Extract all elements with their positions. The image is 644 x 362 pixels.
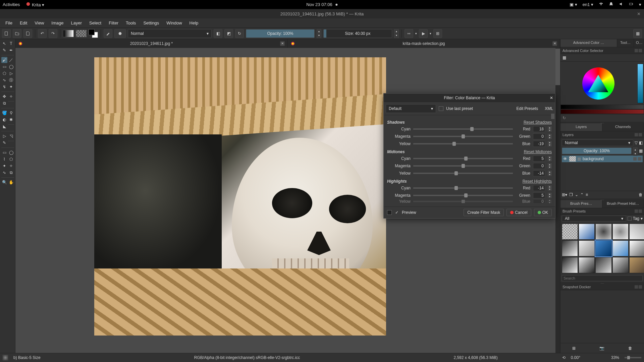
notifications-icon[interactable] [609, 2, 613, 7]
slider-track[interactable] [413, 201, 513, 202]
menu-settings[interactable]: Settings [140, 19, 162, 27]
value-input[interactable]: -14 [533, 170, 545, 176]
wrap-around-button[interactable]: ⊞ [433, 29, 442, 38]
reset-midtones-button[interactable]: Reset Midtones [524, 149, 552, 154]
layer-opacity-spin[interactable]: ▴▾ [633, 147, 638, 154]
value-input[interactable]: -14 [533, 185, 545, 191]
rect-select-tool[interactable]: ▭ [1, 149, 7, 156]
redo-button[interactable]: ↷ [49, 29, 57, 38]
history-icon[interactable]: ↻ [562, 116, 566, 120]
mirror-h-dropdown[interactable]: ▾ [415, 32, 417, 35]
slider-track[interactable] [413, 158, 513, 159]
panel-close-icon[interactable] [639, 133, 642, 136]
ok-button[interactable]: OK [534, 209, 552, 216]
wifi-icon[interactable] [599, 2, 603, 7]
edit-shapes-tool[interactable]: ✎ [1, 47, 7, 53]
move-down-button[interactable]: ⌄ [575, 192, 578, 197]
reload-preset-button[interactable]: ↻ [235, 29, 244, 38]
brush-preset[interactable] [612, 257, 629, 273]
add-layer-button[interactable]: ⊞▾ [562, 192, 567, 197]
size-spinner[interactable]: ▴▾ [394, 29, 399, 38]
screencast-icon[interactable]: ▣ ▾ [570, 2, 577, 7]
value-spinner[interactable]: ▴▾ [548, 134, 552, 139]
workspace-chooser[interactable]: ▦ [633, 29, 642, 38]
save-doc-button[interactable] [23, 29, 32, 38]
panel-float-icon[interactable] [635, 49, 638, 52]
layer-settings-icon[interactable]: ◧ [639, 140, 643, 145]
brush-tool[interactable]: 🖌 [1, 57, 7, 63]
panel-float-icon[interactable] [635, 285, 638, 289]
layer-opacity-slider[interactable]: Opacity: 100% [562, 147, 632, 154]
similar-select-tool[interactable]: ✧ [8, 163, 14, 169]
snapshot-add-button[interactable]: ⊞ [572, 346, 576, 351]
rotation-icon[interactable]: ⟲ [562, 355, 566, 360]
rect-tool[interactable]: ▭ [1, 64, 7, 70]
color-wheel[interactable] [560, 62, 644, 105]
reference-tool[interactable]: ◹ [8, 133, 14, 139]
dialog-close-button[interactable]: ✕ [550, 96, 553, 100]
pan-tool[interactable]: ✋ [8, 179, 14, 185]
battery-icon[interactable] [629, 2, 634, 7]
value-spinner[interactable]: ▴▾ [548, 126, 552, 132]
brush-filter-combo[interactable]: All▾ [562, 216, 626, 222]
canvas-scrollbar-v[interactable] [555, 48, 560, 353]
snapshot-camera-button[interactable]: 📷 [599, 346, 604, 351]
freehand-path-tool[interactable]: ⓢ [8, 77, 14, 83]
value-spinner[interactable]: ▴▾ [548, 200, 552, 203]
alpha-lock-toggle[interactable]: ◩ [224, 29, 233, 38]
slider-track[interactable] [413, 195, 513, 196]
panel-float-icon[interactable] [635, 209, 638, 213]
visibility-icon[interactable]: 👁 [563, 157, 568, 161]
poly-select-tool[interactable]: ⬠ [8, 156, 14, 162]
layer-blend-combo[interactable]: Normal▾ [562, 139, 633, 146]
panel-float-icon[interactable] [635, 133, 638, 136]
contiguous-select-tool[interactable]: ✦ [1, 163, 7, 169]
hue-slider-2[interactable] [560, 109, 644, 114]
tab-0-close[interactable]: ✕ [280, 41, 285, 46]
dialog-scrollbar[interactable] [551, 114, 554, 119]
delete-layer-button[interactable]: 🗑 [639, 192, 643, 197]
bezier-select-tool[interactable]: ∿ [1, 170, 7, 176]
brush-preset-picker[interactable] [114, 29, 126, 38]
menu-tools[interactable]: Tools [122, 19, 139, 27]
panel-close-icon[interactable] [639, 285, 642, 289]
cancel-button[interactable]: Cancel [506, 209, 531, 216]
slider-track[interactable] [413, 173, 513, 174]
app-menu[interactable]: Krita ▾ [26, 2, 44, 7]
panel-close-icon[interactable] [639, 209, 642, 213]
move-up-button[interactable]: ⌃ [580, 192, 584, 197]
mirror-v-button[interactable]: ▶ [419, 29, 428, 38]
slider-track[interactable] [413, 143, 513, 144]
brush-preset-selected[interactable] [595, 240, 611, 256]
menu-edit[interactable]: Edit [16, 19, 31, 27]
menu-image[interactable]: Image [48, 19, 67, 27]
volume-icon[interactable] [619, 2, 624, 7]
transform-free-tool[interactable]: ✧ [8, 94, 14, 100]
menu-view[interactable]: View [31, 19, 47, 27]
eraser-toggle[interactable]: ◧ [214, 29, 222, 38]
new-doc-button[interactable] [2, 29, 11, 38]
opacity-spinner[interactable]: ▴▾ [317, 29, 321, 38]
line-tool[interactable]: ／ [8, 57, 14, 63]
preview-toggle-icon[interactable] [387, 210, 392, 215]
reset-shadows-button[interactable]: Reset Shadows [524, 120, 552, 125]
brush-preset[interactable] [579, 240, 595, 256]
slider-track[interactable] [413, 128, 513, 130]
menu-filter[interactable]: Filter [105, 19, 122, 27]
ellipse-select-tool[interactable]: ◯ [8, 149, 14, 156]
brush-preset[interactable] [612, 224, 629, 240]
value-spinner[interactable]: ▴▾ [548, 163, 552, 169]
fg-bg-swatch[interactable] [89, 29, 98, 38]
value-input[interactable]: 5 [533, 192, 545, 198]
menu-help[interactable]: Help [186, 19, 202, 27]
ellipse-tool[interactable]: ◯ [8, 64, 14, 70]
create-filter-mask-button[interactable]: Create Filter Mask [464, 209, 504, 216]
crop-tool[interactable]: ⧉ [1, 100, 7, 106]
keyboard-layout[interactable]: en1 ▾ [583, 2, 593, 7]
activities-button[interactable]: Activities [3, 2, 20, 7]
layer-props-button[interactable]: ≡ [586, 192, 588, 197]
value-spinner[interactable]: ▴▾ [548, 156, 552, 161]
value-input[interactable]: -19 [533, 141, 545, 147]
brush-size-slider[interactable]: Size: 40.00 px [323, 29, 392, 38]
transform-tool[interactable]: ↖ [1, 41, 7, 47]
